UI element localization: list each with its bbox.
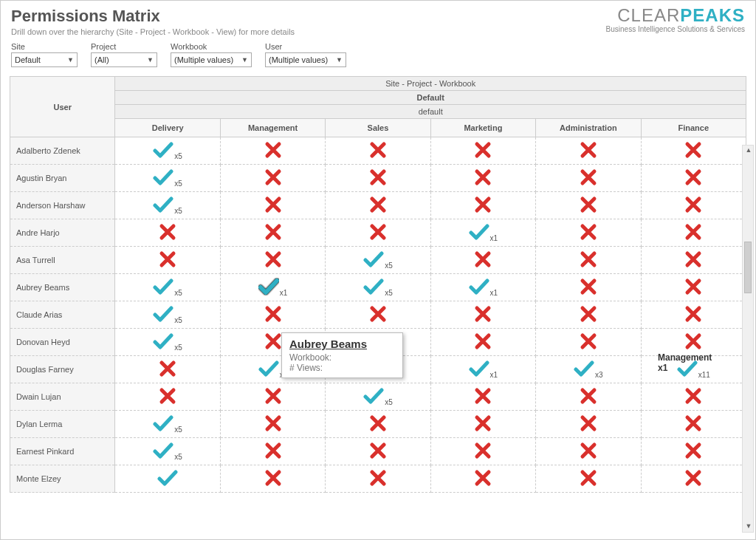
- user-cell[interactable]: Aubrey Beams: [10, 274, 115, 301]
- permission-cell[interactable]: x5: [115, 192, 220, 219]
- permission-cell[interactable]: [326, 438, 430, 465]
- permission-cell[interactable]: x5: [115, 165, 220, 192]
- permission-cell[interactable]: [641, 137, 746, 165]
- user-cell[interactable]: Adalberto Zdenek: [10, 137, 115, 165]
- permission-cell[interactable]: [641, 383, 746, 411]
- permission-cell[interactable]: [430, 301, 535, 329]
- permission-cell[interactable]: [536, 438, 641, 465]
- permission-cell[interactable]: [536, 192, 641, 219]
- workbook-column-header[interactable]: Sales: [326, 119, 430, 137]
- permission-cell[interactable]: x5: [115, 329, 220, 356]
- permission-cell[interactable]: [326, 137, 430, 165]
- permission-cell[interactable]: [220, 219, 325, 247]
- permission-cell[interactable]: [220, 165, 325, 192]
- user-cell[interactable]: Douglas Farney: [10, 356, 115, 383]
- permission-cell[interactable]: [536, 301, 641, 329]
- permission-cell[interactable]: [115, 356, 220, 383]
- permission-cell[interactable]: [641, 465, 746, 493]
- permission-cell[interactable]: [536, 247, 641, 274]
- permission-cell[interactable]: [326, 411, 430, 438]
- user-cell[interactable]: Donovan Heyd: [10, 329, 115, 356]
- permission-cell[interactable]: [641, 301, 746, 329]
- workbook-column-header[interactable]: Administration: [536, 119, 641, 137]
- permission-cell[interactable]: [430, 329, 535, 356]
- permission-cell[interactable]: [641, 219, 746, 247]
- permission-cell[interactable]: [220, 192, 325, 219]
- workbook-column-header[interactable]: Finance: [641, 119, 746, 137]
- permission-cell[interactable]: [326, 301, 430, 329]
- permission-cell[interactable]: [220, 411, 325, 438]
- permission-cell[interactable]: [641, 438, 746, 465]
- scrollbar-thumb[interactable]: [744, 242, 752, 293]
- permission-cell[interactable]: [536, 165, 641, 192]
- user-cell[interactable]: Earnest Pinkard: [10, 438, 115, 465]
- user-cell[interactable]: Anderson Harshaw: [10, 192, 115, 219]
- permission-cell[interactable]: [326, 465, 430, 493]
- permission-cell[interactable]: [641, 411, 746, 438]
- permission-cell[interactable]: [220, 301, 325, 329]
- user-cell[interactable]: Asa Turrell: [10, 247, 115, 274]
- permission-cell[interactable]: [326, 219, 430, 247]
- permission-cell[interactable]: [115, 219, 220, 247]
- user-cell[interactable]: Monte Elzey: [10, 465, 115, 493]
- permission-cell[interactable]: [641, 247, 746, 274]
- permission-cell[interactable]: x5: [115, 274, 220, 301]
- permission-cell[interactable]: [641, 274, 746, 301]
- permission-cell[interactable]: [430, 438, 535, 465]
- filter-user-dropdown[interactable]: (Multiple values) ▼: [265, 52, 346, 67]
- permission-cell[interactable]: [115, 247, 220, 274]
- logo-tagline: Business Intelligence Solutions & Servic…: [606, 26, 745, 33]
- permission-cell[interactable]: [220, 383, 325, 411]
- permission-cell[interactable]: [220, 247, 325, 274]
- user-cell[interactable]: Claude Arias: [10, 301, 115, 329]
- permission-cell[interactable]: [430, 383, 535, 411]
- permission-cell[interactable]: [220, 465, 325, 493]
- permission-cell[interactable]: [430, 247, 535, 274]
- permission-cell[interactable]: [326, 192, 430, 219]
- permission-cell[interactable]: x5: [326, 274, 430, 301]
- permission-cell[interactable]: x1: [220, 274, 325, 301]
- workbook-column-header[interactable]: Management: [220, 119, 325, 137]
- user-cell[interactable]: Andre Harjo: [10, 219, 115, 247]
- filter-project-label: Project: [91, 42, 157, 51]
- user-cell[interactable]: Dylan Lerma: [10, 411, 115, 438]
- workbook-column-header[interactable]: Marketing: [430, 119, 535, 137]
- scroll-down-icon[interactable]: ▼: [745, 522, 752, 531]
- permission-cell[interactable]: [641, 165, 746, 192]
- permission-cell[interactable]: [430, 137, 535, 165]
- permission-cell[interactable]: [115, 383, 220, 411]
- permission-cell[interactable]: [536, 411, 641, 438]
- permission-cell[interactable]: [326, 165, 430, 192]
- permission-cell[interactable]: [430, 165, 535, 192]
- permission-cell[interactable]: x1: [430, 219, 535, 247]
- permission-cell[interactable]: [430, 465, 535, 493]
- filter-project-dropdown[interactable]: (All) ▼: [91, 52, 157, 67]
- permission-cell[interactable]: [536, 137, 641, 165]
- permission-cell[interactable]: [641, 329, 746, 356]
- permission-cell[interactable]: x5: [326, 383, 430, 411]
- filter-workbook-dropdown[interactable]: (Multiple values) ▼: [171, 52, 252, 67]
- user-cell[interactable]: Dwain Lujan: [10, 383, 115, 411]
- permission-cell[interactable]: x5: [115, 301, 220, 329]
- permission-cell[interactable]: [536, 329, 641, 356]
- permission-cell[interactable]: [536, 465, 641, 493]
- permission-cell[interactable]: [536, 219, 641, 247]
- permission-cell[interactable]: [536, 383, 641, 411]
- permission-cell[interactable]: [115, 465, 220, 493]
- scroll-up-icon[interactable]: ▲: [745, 146, 752, 155]
- permission-cell[interactable]: x1: [430, 274, 535, 301]
- permission-cell[interactable]: x5: [115, 411, 220, 438]
- filter-site-dropdown[interactable]: Default ▼: [11, 52, 78, 67]
- permission-cell[interactable]: [220, 137, 325, 165]
- permission-cell[interactable]: x5: [326, 247, 430, 274]
- permission-cell[interactable]: [641, 192, 746, 219]
- permission-cell[interactable]: x5: [115, 137, 220, 165]
- user-cell[interactable]: Agustin Bryan: [10, 165, 115, 192]
- permission-cell[interactable]: [220, 438, 325, 465]
- permission-cell[interactable]: x5: [115, 438, 220, 465]
- permission-cell[interactable]: [430, 411, 535, 438]
- vertical-scrollbar[interactable]: ▲ ▼: [742, 145, 754, 533]
- workbook-column-header[interactable]: Delivery: [115, 119, 220, 137]
- permission-cell[interactable]: [430, 192, 535, 219]
- permission-cell[interactable]: [536, 274, 641, 301]
